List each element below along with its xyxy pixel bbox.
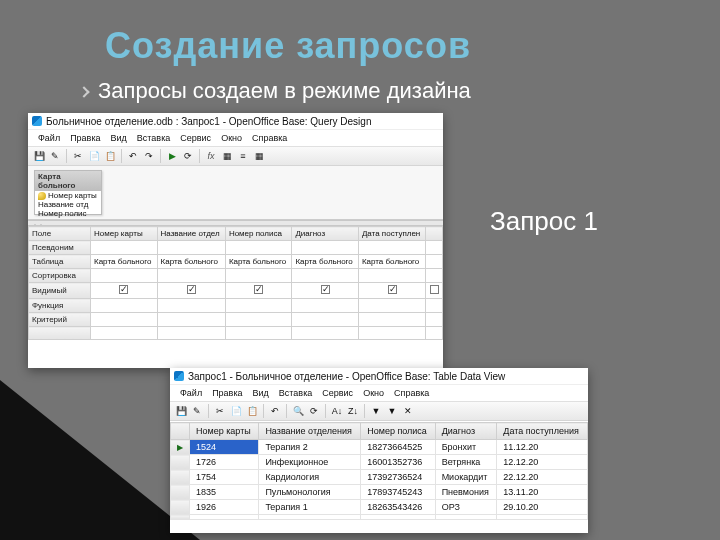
design-cell[interactable]: Номер карты [91,227,158,241]
cell[interactable] [190,515,259,520]
cell[interactable]: 1726 [190,455,259,470]
sort-desc-icon[interactable]: Z↓ [346,404,360,418]
design-cell[interactable]: Дата поступлен [358,227,426,241]
cell[interactable]: 18263543426 [361,500,435,515]
visible-checkbox[interactable] [358,283,426,299]
menu-view[interactable]: Вид [107,132,131,144]
copy-icon[interactable]: 📄 [229,404,243,418]
menu-view[interactable]: Вид [249,387,273,399]
menubar[interactable]: Файл Правка Вид Вставка Сервис Окно Спра… [28,129,443,146]
design-cell[interactable] [358,269,426,283]
design-cell[interactable] [426,313,443,327]
redo-icon[interactable]: ↷ [142,149,156,163]
cell[interactable]: 12.12.20 [497,455,588,470]
design-cell[interactable] [426,299,443,313]
cell[interactable]: 18273664525 [361,440,435,455]
menu-file[interactable]: Файл [176,387,206,399]
table-row[interactable]: ▶ 1524 Терапия 2 18273664525 Бронхит 11.… [171,440,588,455]
cut-icon[interactable]: ✂ [71,149,85,163]
design-cell[interactable] [358,313,426,327]
design-diagram-pane[interactable]: Карта больного Номер карты Название отд … [28,166,443,220]
table-row[interactable]: 1926 Терапия 1 18263543426 ОРЗ 29.10.20 [171,500,588,515]
design-cell[interactable] [157,299,225,313]
run-query-icon[interactable]: ▶ [165,149,179,163]
design-cell[interactable] [292,313,359,327]
design-cell[interactable]: Карта больного [358,255,426,269]
cell[interactable]: 16001352736 [361,455,435,470]
design-cell[interactable] [426,241,443,255]
remove-filter-icon[interactable]: ✕ [401,404,415,418]
menu-tools[interactable]: Сервис [318,387,357,399]
visible-checkbox[interactable] [292,283,359,299]
cell[interactable]: 13.11.20 [497,485,588,500]
field[interactable]: Номер карты [35,191,101,200]
paste-icon[interactable]: 📋 [103,149,117,163]
design-cell[interactable] [91,313,158,327]
menu-tools[interactable]: Сервис [176,132,215,144]
design-cell[interactable] [292,269,359,283]
cell[interactable]: Ветрянка [435,455,497,470]
design-cell[interactable] [225,241,292,255]
col-header[interactable]: Диагноз [435,423,497,440]
design-cell[interactable] [292,241,359,255]
visible-checkbox[interactable] [426,283,443,299]
cell[interactable]: 1835 [190,485,259,500]
cell[interactable]: 11.12.20 [497,440,588,455]
menu-file[interactable]: Файл [34,132,64,144]
cell[interactable]: 17893745243 [361,485,435,500]
design-cell[interactable] [358,241,426,255]
field[interactable]: Номер полис [35,209,101,218]
table-row[interactable]: 1754 Кардиология 17392736524 Миокардит 2… [171,470,588,485]
cell[interactable]: 29.10.20 [497,500,588,515]
design-cell[interactable] [225,299,292,313]
design-cell[interactable] [292,299,359,313]
cell[interactable]: 1754 [190,470,259,485]
cell[interactable]: 1524 [190,440,259,455]
save-icon[interactable]: 💾 [174,404,188,418]
cell[interactable]: ОРЗ [435,500,497,515]
save-icon[interactable]: 💾 [32,149,46,163]
cell[interactable]: Бронхит [435,440,497,455]
cell[interactable]: Терапия 1 [259,500,361,515]
col-header[interactable]: Номер полиса [361,423,435,440]
function-icon[interactable]: fx [204,149,218,163]
menu-help[interactable]: Справка [248,132,291,144]
design-cell[interactable] [426,327,443,340]
design-cell[interactable]: Карта больного [157,255,225,269]
cell[interactable]: Кардиология [259,470,361,485]
add-table-icon[interactable]: ▦ [220,149,234,163]
menu-insert[interactable]: Вставка [133,132,174,144]
menu-help[interactable]: Справка [390,387,433,399]
sql-view-icon[interactable]: ≡ [236,149,250,163]
design-cell[interactable] [426,227,443,241]
design-cell[interactable] [426,255,443,269]
design-cell[interactable]: Карта больного [225,255,292,269]
filter-icon[interactable]: ▼ [369,404,383,418]
cell[interactable]: 22.12.20 [497,470,588,485]
design-cell[interactable] [91,241,158,255]
table-row-empty[interactable] [171,515,588,520]
undo-icon[interactable]: ↶ [126,149,140,163]
design-cell[interactable] [91,299,158,313]
design-cell[interactable] [157,327,225,340]
design-cell[interactable]: Карта больного [292,255,359,269]
cell[interactable]: 17392736524 [361,470,435,485]
cell[interactable] [259,515,361,520]
table-row[interactable]: 1835 Пульмонология 17893745243 Пневмония… [171,485,588,500]
source-table-card[interactable]: Карта больного Номер карты Название отд … [34,170,102,215]
design-cell[interactable] [157,313,225,327]
col-header[interactable]: Дата поступления [497,423,588,440]
edit-icon[interactable]: ✎ [190,404,204,418]
undo-icon[interactable]: ↶ [268,404,282,418]
cut-icon[interactable]: ✂ [213,404,227,418]
design-cell[interactable] [157,269,225,283]
table-view-icon[interactable]: ▦ [252,149,266,163]
menu-edit[interactable]: Правка [208,387,246,399]
design-cell[interactable]: Номер полиса [225,227,292,241]
copy-icon[interactable]: 📄 [87,149,101,163]
cell[interactable]: Инфекционное [259,455,361,470]
cell[interactable] [497,515,588,520]
cell[interactable] [435,515,497,520]
filter-icon[interactable]: ▼ [385,404,399,418]
refresh-icon[interactable]: ⟳ [307,404,321,418]
